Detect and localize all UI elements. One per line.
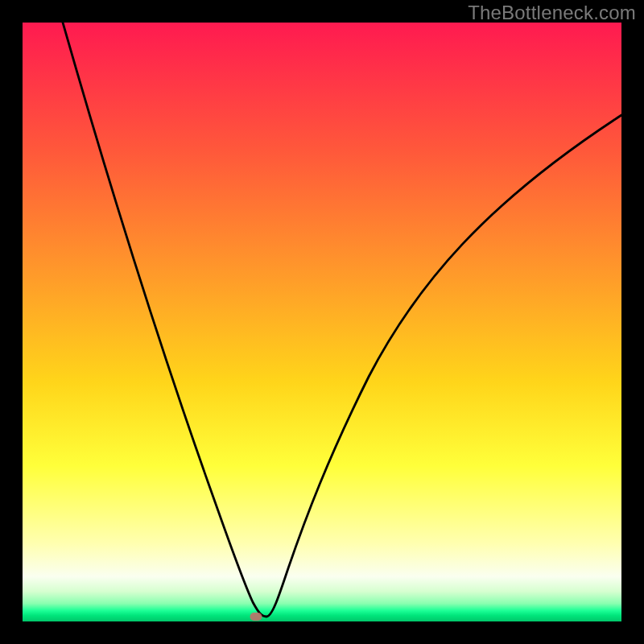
chart-plot-area — [23, 23, 621, 621]
bottleneck-curve-path — [63, 23, 621, 617]
watermark-text: TheBottleneck.com — [468, 2, 636, 24]
chart-curve-svg — [23, 23, 621, 621]
optimal-point-marker — [250, 613, 262, 621]
